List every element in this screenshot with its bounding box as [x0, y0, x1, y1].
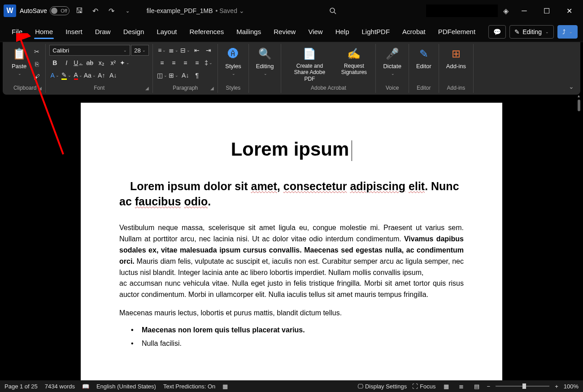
text-effects-button[interactable]: ✦⌄ — [119, 57, 130, 68]
doc-heading-2[interactable]: Lorem ipsum dolor sit amet, consectetur … — [119, 179, 464, 209]
addins-button[interactable]: ⊞ Add-ins — [443, 45, 470, 71]
format-painter-button[interactable]: 🖌 — [32, 72, 42, 82]
share-button[interactable]: ⤴ ⌄ — [557, 25, 578, 39]
scroll-up-icon[interactable]: ▴ — [578, 93, 582, 98]
search-button[interactable] — [326, 4, 424, 17]
copy-button[interactable]: ⎘ — [32, 59, 42, 69]
paste-button[interactable]: 📋 Paste ⌄ — [8, 45, 30, 78]
word-count[interactable]: 7434 words — [45, 383, 75, 390]
web-layout-view[interactable]: ▤ — [472, 382, 482, 391]
align-left-button[interactable]: ≡ — [157, 57, 167, 68]
editor-button[interactable]: ✎ Editor — [413, 45, 435, 71]
list-item[interactable]: Maecenas non lorem quis tellus placerat … — [142, 326, 464, 334]
sort-button[interactable]: A↓ — [180, 70, 191, 81]
scroll-thumb[interactable] — [578, 100, 580, 111]
tab-acrobat[interactable]: Acrobat — [396, 23, 432, 40]
tab-pdfelement[interactable]: PDFelement — [432, 23, 482, 40]
shrink-font-button[interactable]: A↓ — [108, 70, 118, 81]
minimize-button[interactable]: ─ — [514, 4, 535, 18]
bold-button[interactable]: B — [49, 57, 60, 68]
read-mode-view[interactable]: ▦ — [441, 382, 451, 391]
autosave-control[interactable]: AutoSave Off — [20, 6, 70, 15]
align-center-button[interactable]: ≡ — [168, 57, 179, 68]
paragraph-dialog-launcher[interactable]: ◢ — [210, 86, 216, 91]
font-dialog-launcher[interactable]: ◢ — [145, 86, 151, 91]
document-canvas[interactable]: Lorem ipsum Lorem ipsum dolor sit amet, … — [0, 95, 583, 380]
line-spacing-button[interactable]: ‡⌄ — [203, 57, 214, 68]
editing-button[interactable]: 🔍 Editing ⌄ — [252, 45, 278, 78]
zoom-in-button[interactable]: + — [555, 383, 558, 390]
undo-icon[interactable]: ↶ — [89, 4, 102, 17]
font-color-button[interactable]: A⌄ — [73, 70, 83, 81]
account-area[interactable] — [426, 4, 498, 17]
zoom-thumb[interactable] — [522, 383, 526, 389]
tab-insert[interactable]: Insert — [59, 23, 89, 40]
maximize-button[interactable]: ☐ — [536, 4, 557, 18]
collapse-ribbon-button[interactable]: ⌄ — [569, 83, 574, 90]
autosave-toggle[interactable]: Off — [50, 6, 70, 15]
text-highlight-button[interactable]: A⌄ — [49, 70, 60, 81]
close-button[interactable]: ✕ — [559, 4, 579, 18]
save-icon[interactable]: 🖫 — [73, 4, 86, 17]
justify-button[interactable]: ≡ — [191, 57, 202, 68]
redo-icon[interactable]: ↷ — [105, 4, 118, 17]
tab-references[interactable]: References — [183, 23, 230, 40]
tab-lightpdf[interactable]: LightPDF — [356, 23, 396, 40]
shading-button[interactable]: ◫⌄ — [157, 70, 167, 81]
print-layout-view[interactable]: ≣ — [457, 382, 466, 391]
request-signatures-button[interactable]: ✍ Request Signatures — [336, 45, 372, 78]
language-indicator[interactable]: English (United States) — [96, 383, 156, 390]
cut-button[interactable]: ✂ — [32, 47, 42, 57]
tab-file[interactable]: File — [5, 23, 29, 40]
show-marks-button[interactable]: ¶ — [191, 70, 202, 81]
document-page[interactable]: Lorem ipsum Lorem ipsum dolor sit amet, … — [81, 103, 502, 380]
tab-help[interactable]: Help — [329, 23, 356, 40]
align-right-button[interactable]: ≡ — [180, 57, 191, 68]
doc-heading-1[interactable]: Lorem ipsum — [119, 139, 464, 161]
zoom-slider[interactable] — [496, 386, 549, 387]
highlight-color-button[interactable]: ✎⌄ — [61, 70, 72, 81]
comments-button[interactable]: 💬 — [488, 25, 506, 39]
decrease-indent-button[interactable]: ⇤ — [191, 45, 202, 56]
clipboard-dialog-launcher[interactable]: ◢ — [38, 86, 44, 91]
subscript-button[interactable]: x₂ — [96, 57, 107, 68]
font-size-select[interactable]: 28⌄ — [131, 45, 149, 56]
dictate-button[interactable]: 🎤 Dictate ⌄ — [379, 45, 405, 78]
borders-button[interactable]: ⊞⌄ — [168, 70, 179, 81]
document-title[interactable]: file-example_PDF_1MB • Saved ⌄ — [147, 7, 244, 14]
doc-paragraph[interactable]: ac accumsan nunc vehicula vitae. Nulla e… — [119, 278, 464, 301]
tab-home[interactable]: Home — [29, 23, 59, 40]
doc-bullet-list[interactable]: Maecenas non lorem quis tellus placerat … — [119, 326, 464, 348]
underline-button[interactable]: U⌄ — [73, 57, 83, 68]
zoom-out-button[interactable]: − — [487, 383, 491, 390]
doc-paragraph[interactable]: Vestibulum neque massa, scelerisque sit … — [119, 222, 464, 278]
change-case-button[interactable]: Aa⌄ — [84, 70, 95, 81]
customize-quick-access-icon[interactable]: ⌄ — [122, 4, 134, 17]
tab-view[interactable]: View — [302, 23, 329, 40]
numbering-button[interactable]: ≣⌄ — [168, 45, 179, 56]
tab-design[interactable]: Design — [117, 23, 151, 40]
doc-paragraph[interactable]: Maecenas mauris lectus, lobortis et puru… — [119, 308, 464, 319]
tab-review[interactable]: Review — [267, 23, 302, 40]
focus-mode[interactable]: ⛶Focus — [412, 383, 435, 390]
display-settings[interactable]: 🖵Display Settings — [357, 383, 407, 390]
increase-indent-button[interactable]: ⇥ — [203, 45, 214, 56]
zoom-level[interactable]: 100% — [564, 383, 579, 390]
accessibility-icon[interactable]: ▦ — [222, 383, 228, 390]
tab-mailings[interactable]: Mailings — [230, 23, 267, 40]
bullets-button[interactable]: ≡⌄ — [157, 45, 167, 56]
editing-mode-button[interactable]: ✎ Editing ⌄ — [509, 25, 554, 39]
tab-layout[interactable]: Layout — [150, 23, 183, 40]
vertical-scrollbar[interactable]: ▴ — [578, 100, 581, 379]
styles-button[interactable]: 🅐 Styles ⌄ — [222, 45, 244, 78]
strikethrough-button[interactable]: ab — [84, 57, 95, 68]
page-indicator[interactable]: Page 1 of 25 — [4, 383, 38, 390]
list-item[interactable]: Nulla facilisi. — [142, 340, 464, 348]
tab-draw[interactable]: Draw — [89, 23, 117, 40]
premium-icon[interactable]: ◈ — [500, 4, 512, 17]
font-name-select[interactable]: Calibri⌄ — [49, 45, 130, 56]
superscript-button[interactable]: x² — [108, 57, 118, 68]
multilevel-list-button[interactable]: ⊟⌄ — [180, 45, 191, 56]
italic-button[interactable]: I — [61, 57, 72, 68]
create-share-pdf-button[interactable]: 📄 Create and Share Adobe PDF — [285, 45, 334, 84]
